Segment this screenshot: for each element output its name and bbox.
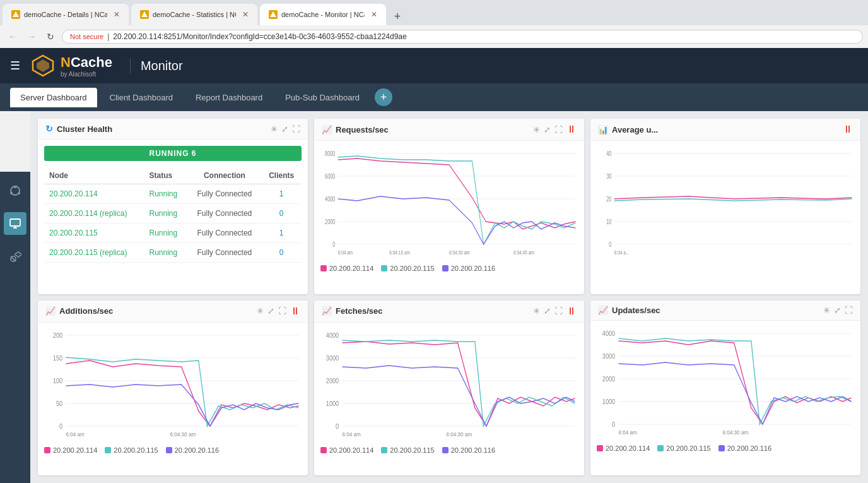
pause-icon-avg[interactable]: ⏸ [843,124,853,135]
cluster-health-panel: ↻ Cluster Health ✳ ⤢ ⛶ RUNNING 6 Nod [38,119,308,294]
svg-text:30: 30 [606,173,611,180]
sidebar-item-monitor[interactable] [4,212,26,235]
cluster-health-controls: ✳ ⤢ ⛶ [271,124,300,134]
logo-text: NCache [61,54,112,71]
tab-statistics[interactable]: demoCache - Statistics | NCache ✕ [131,4,257,25]
address-bar[interactable]: Not secure | 20.200.20.114:8251/Monitor/… [62,30,863,44]
additions-sec-body: 200 150 100 50 0 [38,323,308,460]
svg-rect-9 [10,219,20,226]
tab-monitor[interactable]: demoCache - Monitor | NCache ✕ [260,4,386,25]
fetches-sec-title: 📈 Fetches/sec [322,306,382,316]
new-tab-button[interactable]: + [389,8,406,25]
legend-dot-upd-114 [597,445,603,451]
expand-icon-add[interactable]: ⤢ [267,306,274,316]
svg-marker-1 [141,11,148,17]
svg-text:150: 150 [53,354,62,362]
node-name-cell[interactable]: 20.200.20.114 [44,184,144,204]
forward-button[interactable]: → [24,29,39,44]
legend-item-add-116: 20.200.20.116 [166,446,219,454]
tab-pubsub-dashboard[interactable]: Pub-Sub Dashboard [275,88,370,107]
snowflake-icon-req[interactable]: ✳ [533,125,540,134]
clients-cell: 0 [261,204,302,224]
back-button[interactable]: ← [5,29,20,44]
tab-report-dashboard[interactable]: Report Dashboard [185,88,273,107]
chart-icon-avg: 📊 [598,125,608,134]
node-name-cell[interactable]: 20.200.20.114 (replica) [44,204,144,224]
legend-item-fet-116: 20.200.20.116 [442,446,495,454]
legend-item-116: 20.200.20.116 [442,265,495,272]
additions-sec-title: 📈 Additions/sec [45,306,113,316]
chart-icon-additions: 📈 [45,306,56,316]
status-cell: Running [144,184,188,204]
expand-icon[interactable]: ⤢ [281,124,288,134]
url-text: 20.200.20.114:8251/Monitor/Index?configI… [113,32,406,41]
tab-server-dashboard[interactable]: Server Dashboard [10,88,97,107]
tab-close-details[interactable]: ✕ [114,10,120,19]
svg-text:6:04 am: 6:04 am [342,431,360,437]
svg-text:0: 0 [332,241,335,248]
status-cell: Running [144,204,188,224]
chart-icon-fetches: 📈 [322,306,332,316]
fullscreen-icon-fet[interactable]: ⛶ [554,306,563,316]
snowflake-icon-add[interactable]: ✳ [257,306,264,316]
expand-icon-upd[interactable]: ⤢ [834,306,841,315]
legend-item-add-114: 20.200.20.114 [44,446,97,454]
avg-use-panel: 📊 Average u... ⏸ 40 30 20 10 0 [590,119,860,294]
avg-use-controls: ⏸ [843,124,853,135]
fetches-sec-body: 4000 3000 2000 1000 0 [314,323,584,460]
expand-icon-fet[interactable]: ⤢ [544,306,551,316]
legend-dot-116 [442,265,449,271]
svg-text:6:04:45 am: 6:04:45 am [513,249,534,256]
svg-point-7 [18,192,20,194]
add-dashboard-button[interactable]: + [375,88,392,106]
updates-sec-title: 📈 Updates/sec [598,306,660,315]
legend-item-115: 20.200.20.115 [381,265,434,272]
tab-details[interactable]: demoCache - Details | NCache ✕ [3,4,129,25]
address-bar-row: ← → ↻ Not secure | 20.200.20.114:8251/Mo… [0,25,868,48]
fetches-sec-header: 📈 Fetches/sec ✳ ⤢ ⛶ ⏸ [314,301,584,323]
svg-text:6:04 a...: 6:04 a... [614,249,630,256]
svg-text:3000: 3000 [326,354,339,362]
fullscreen-icon-upd[interactable]: ⛶ [845,306,853,315]
snowflake-icon[interactable]: ✳ [271,124,278,134]
hamburger-button[interactable]: ☰ [10,59,20,73]
avg-use-chart-area: 40 30 20 10 0 6:04 a... [597,147,854,261]
svg-text:6:04 am: 6:04 am [338,249,353,256]
node-name-cell[interactable]: 20.200.20.115 (replica) [44,243,144,263]
connection-cell: Fully Connected [188,224,262,243]
reload-button[interactable]: ↻ [43,29,58,44]
app: ☰ NCache by Alachisoft Monitor Server Da… [0,48,868,483]
pause-icon-req[interactable]: ⏸ [566,124,577,135]
svg-text:20: 20 [606,196,611,203]
requests-sec-panel: 📈 Requests/sec ✳ ⤢ ⛶ ⏸ 8000 [314,119,584,294]
table-row: 20.200.20.114 Running Fully Connected 1 [44,184,302,204]
fullscreen-icon-req[interactable]: ⛶ [554,125,563,134]
col-status: Status [144,167,188,184]
svg-text:0: 0 [612,420,615,428]
pause-icon-add[interactable]: ⏸ [290,306,300,317]
svg-text:0: 0 [59,422,62,430]
tab-close-monitor[interactable]: ✕ [371,10,377,19]
col-node: Node [44,167,144,184]
sidebar-item-tools[interactable] [4,245,26,268]
pause-icon-fet[interactable]: ⏸ [566,306,577,317]
node-name-cell[interactable]: 20.200.20.115 [44,224,144,243]
snowflake-icon-upd[interactable]: ✳ [823,306,830,315]
browser-chrome: demoCache - Details | NCache ✕ demoCache… [0,0,868,48]
tab-close-statistics[interactable]: ✕ [242,10,249,19]
legend-dot-add-114 [44,447,50,453]
updates-sec-controls: ✳ ⤢ ⛶ [823,306,853,315]
expand-icon-req[interactable]: ⤢ [544,125,551,134]
svg-marker-2 [270,11,276,17]
logo-image [30,53,56,78]
cluster-health-header: ↻ Cluster Health ✳ ⤢ ⛶ [38,119,308,140]
requests-sec-controls: ✳ ⤢ ⛶ ⏸ [533,124,577,135]
fullscreen-icon[interactable]: ⛶ [292,124,300,134]
svg-point-8 [10,192,13,194]
fullscreen-icon-add[interactable]: ⛶ [278,306,286,316]
updates-sec-panel: 📈 Updates/sec ✳ ⤢ ⛶ 4000 3000 2000 [590,301,860,476]
snowflake-icon-fet[interactable]: ✳ [533,306,540,316]
table-row: 20.200.20.115 Running Fully Connected 1 [44,224,302,243]
tab-client-dashboard[interactable]: Client Dashboard [100,88,183,107]
sidebar-item-cluster[interactable] [4,179,26,202]
